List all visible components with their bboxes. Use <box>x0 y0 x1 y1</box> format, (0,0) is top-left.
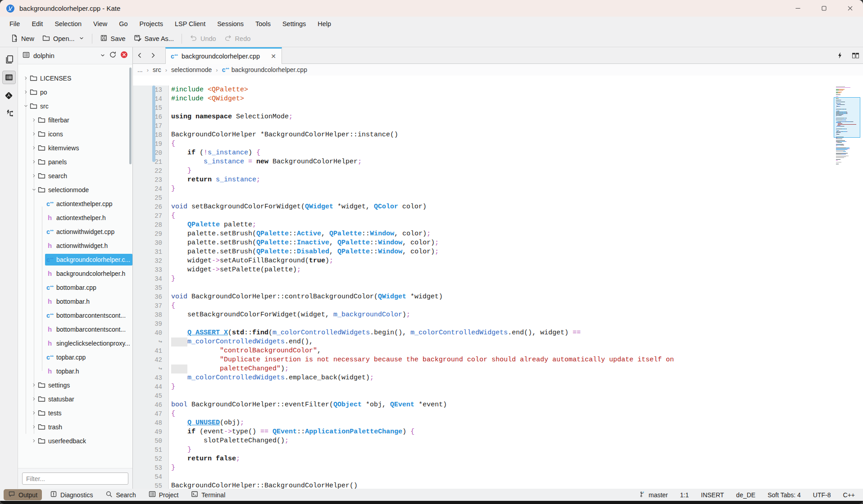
chevron-right-icon[interactable] <box>31 438 37 443</box>
tree-item-licenses[interactable]: LICENSES <box>18 71 132 85</box>
statusbar-encoding[interactable]: UTF-8 <box>813 491 831 499</box>
git-icon[interactable] <box>2 89 16 102</box>
chevron-right-icon[interactable] <box>31 159 37 164</box>
code-line-52[interactable]: 52 return false; <box>133 454 863 464</box>
code-line-32[interactable]: 32 widget->setAutoFillBackground(true); <box>133 256 863 266</box>
code-line-47[interactable]: 47{ <box>133 410 863 418</box>
statusbar-project-button[interactable]: Project <box>144 489 183 500</box>
statusbar-diagnostics-button[interactable]: Diagnostics <box>45 489 97 500</box>
menu-file[interactable]: File <box>4 17 26 31</box>
menu-projects[interactable]: Projects <box>134 17 169 31</box>
open-button[interactable]: Open... <box>38 32 88 45</box>
undo-button[interactable]: Undo <box>186 32 220 45</box>
breadcrumb-item[interactable]: c++backgroundcolorhelper.cpp <box>222 66 307 73</box>
code-line-51[interactable]: 51 } <box>133 446 863 454</box>
forward-chevron-icon[interactable] <box>146 47 160 63</box>
tree-item-search[interactable]: search <box>18 169 132 183</box>
tree-item-actionwithwidget-h[interactable]: hactionwithwidget.h <box>18 238 132 252</box>
code-line-36[interactable]: 36void BackgroundColorHelper::controlBac… <box>133 292 863 302</box>
tree-item-trash[interactable]: trash <box>18 420 132 434</box>
minimap-viewport[interactable] <box>834 97 860 138</box>
code-line-39[interactable]: 39 <box>133 320 863 328</box>
tree-item-topbar-cpp[interactable]: c++topbar.cpp <box>18 350 132 364</box>
code-line-55[interactable]: 55BackgroundColorHelper::BackgroundColor… <box>133 482 863 489</box>
tree-item-bottombarcontentscont-[interactable]: hbottombarcontentscont... <box>18 322 132 336</box>
menu-help[interactable]: Help <box>312 17 337 31</box>
tree-item-topbar-h[interactable]: htopbar.h <box>18 364 132 378</box>
statusbar-language-mode[interactable]: C++ <box>843 491 855 499</box>
code-line-53[interactable]: 53} <box>133 464 863 472</box>
code-line-30[interactable]: 30 palette.setBrush(QPalette::Inactive, … <box>133 238 863 248</box>
code-line-54[interactable]: 54 <box>133 472 863 482</box>
tree-item-selectionmode[interactable]: selectionmode <box>18 183 132 197</box>
code-line-41[interactable]: 41 "controlBackgroundColor", <box>133 346 863 356</box>
chevron-right-icon[interactable] <box>31 396 37 401</box>
code-line-45[interactable]: 45 <box>133 392 863 400</box>
chevron-down-icon[interactable] <box>31 187 37 192</box>
minimize-icon[interactable] <box>785 0 811 17</box>
menu-sessions[interactable]: Sessions <box>211 17 250 31</box>
code-line-19[interactable]: 19{ <box>133 140 863 148</box>
code-line-20[interactable]: 20 if (!s_instance) { <box>133 148 863 158</box>
code-line-23[interactable]: 23 return s_instance; <box>133 176 863 184</box>
breadcrumb-item[interactable]: ... <box>137 66 143 73</box>
new-button[interactable]: New <box>6 32 38 45</box>
chevron-right-icon[interactable] <box>31 173 37 178</box>
git-branch-indicator[interactable]: master <box>639 491 668 499</box>
code-line-15[interactable]: 15 <box>133 104 863 112</box>
chevron-right-icon[interactable] <box>31 131 37 136</box>
tree-scrollbar[interactable] <box>129 68 132 164</box>
tree-item-bottombar-cpp[interactable]: c++bottombar.cpp <box>18 280 132 294</box>
code-line-35[interactable]: 35 <box>133 284 863 292</box>
statusbar-cursor-position[interactable]: 1:1 <box>680 491 689 499</box>
code-line-49[interactable]: 49 if (event->type() == QEvent::Applicat… <box>133 428 863 436</box>
lightning-icon[interactable] <box>832 47 848 63</box>
back-chevron-icon[interactable] <box>133 47 146 63</box>
code-line-46[interactable]: 46bool BackgroundColorHelper::eventFilte… <box>133 400 863 410</box>
code-line-48[interactable]: 48 Q_UNUSED(obj); <box>133 418 863 428</box>
statusbar-output-button[interactable]: Output <box>4 489 42 500</box>
tree-item-po[interactable]: po <box>18 85 132 99</box>
tree-item-statusbar[interactable]: statusbar <box>18 392 132 406</box>
statusbar-terminal-button[interactable]: Terminal <box>186 489 230 500</box>
maximize-icon[interactable] <box>811 0 837 17</box>
chevron-right-icon[interactable] <box>23 76 29 81</box>
code-line-38[interactable]: 38 setBackgroundColorForWidget(widget, m… <box>133 310 863 320</box>
tree-item-kitemviews[interactable]: kitemviews <box>18 141 132 155</box>
code-line-wrapped[interactable]: ↪m_colorControlledWidgets.end(), <box>133 338 863 346</box>
chevron-right-icon[interactable] <box>31 410 37 415</box>
chevron-right-icon[interactable] <box>31 145 37 150</box>
close-circle-icon[interactable] <box>120 51 128 60</box>
menu-selection[interactable]: Selection <box>49 17 87 31</box>
tree-item-panels[interactable]: panels <box>18 155 132 169</box>
tree-item-backgroundcolorhelper-h[interactable]: hbackgroundcolorhelper.h <box>18 266 132 280</box>
statusbar-search-button[interactable]: Search <box>101 489 140 500</box>
tree-item-singleclickselectionproxy-[interactable]: hsingleclickselectionproxy... <box>18 336 132 350</box>
code-line-13[interactable]: 13#include <QPalette> <box>133 86 863 94</box>
tree-item-src[interactable]: src <box>18 99 132 113</box>
filter-input[interactable] <box>22 472 128 485</box>
code-line-29[interactable]: 29 palette.setBrush(QPalette::Active, QP… <box>133 230 863 238</box>
tree-item-bottombarcontentscont-[interactable]: c++bottombarcontentscont... <box>18 308 132 322</box>
code-line-34[interactable]: 34} <box>133 274 863 284</box>
code-line-28[interactable]: 28 QPalette palette; <box>133 220 863 230</box>
menu-edit[interactable]: Edit <box>26 17 49 31</box>
tab-close-icon[interactable]: ✕ <box>271 53 276 60</box>
chevron-right-icon[interactable] <box>31 424 37 429</box>
split-view-icon[interactable] <box>848 47 863 63</box>
statusbar-tab-mode[interactable]: Soft Tabs: 4 <box>768 491 801 499</box>
menu-settings[interactable]: Settings <box>277 17 312 31</box>
code-line-16[interactable]: 16using namespace SelectionMode; <box>133 112 863 122</box>
breadcrumb-item[interactable]: src <box>153 66 161 73</box>
project-list-icon[interactable] <box>2 71 16 84</box>
chevron-down-icon[interactable] <box>23 104 29 108</box>
menu-view[interactable]: View <box>87 17 113 31</box>
code-line-14[interactable]: 14#include <QWidget> <box>133 94 863 104</box>
tree-item-icons[interactable]: icons <box>18 127 132 141</box>
redo-button[interactable]: Redo <box>220 32 255 45</box>
tab-backgroundcolorhelper[interactable]: c++ backgroundcolorhelper.cpp ✕ <box>165 47 282 64</box>
code-editor[interactable]: 13#include <QPalette>14#include <QWidget… <box>133 76 863 489</box>
chevron-down-icon[interactable] <box>100 52 105 60</box>
code-line-31[interactable]: 31 palette.setBrush(QPalette::Disabled, … <box>133 248 863 256</box>
code-line-24[interactable]: 24} <box>133 184 863 194</box>
